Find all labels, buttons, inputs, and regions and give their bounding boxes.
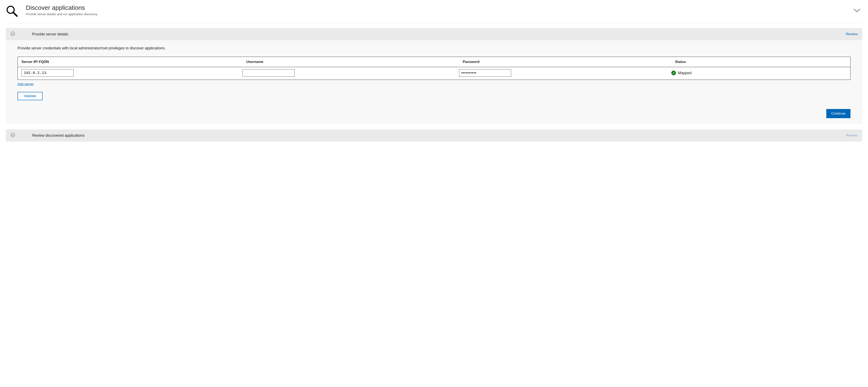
search-icon xyxy=(6,5,18,18)
step1-body: Provide server credentials with local ad… xyxy=(6,40,862,124)
col-header-status: Status xyxy=(671,57,850,67)
step1-review-link[interactable]: Review xyxy=(846,32,858,36)
status-label: Mapped xyxy=(678,71,691,75)
add-server-link[interactable]: Add server xyxy=(18,82,34,86)
col-header-ip: Server IP/ FQDN xyxy=(18,57,243,67)
step2-title: Review discovered applications xyxy=(32,133,846,138)
step1-instruction: Provide server credentials with local ad… xyxy=(18,46,850,51)
svg-point-3 xyxy=(11,133,15,137)
password-input[interactable] xyxy=(459,69,511,77)
step2-header[interactable]: Review discovered applications Review xyxy=(6,129,862,141)
col-header-username: Username xyxy=(243,57,459,67)
step1-header[interactable]: Provide server details Review xyxy=(6,28,862,40)
page-subtitle: Provide server details and run applicati… xyxy=(26,12,862,16)
check-circle-icon xyxy=(10,133,15,138)
server-ip-input[interactable] xyxy=(22,69,73,77)
server-credentials-table: Server IP/ FQDN Username Password Status xyxy=(18,57,850,80)
chevron-down-icon[interactable] xyxy=(854,8,861,13)
svg-point-2 xyxy=(11,32,15,36)
username-input[interactable] xyxy=(243,69,295,77)
validate-button[interactable]: Validate xyxy=(18,92,42,100)
col-header-password: Password xyxy=(459,57,671,67)
continue-button[interactable]: Continue xyxy=(826,109,850,118)
check-circle-icon xyxy=(10,31,15,37)
server-row: Mapped xyxy=(18,67,850,79)
status-ok-icon xyxy=(671,71,676,75)
svg-line-1 xyxy=(13,12,17,16)
step2-review-link[interactable]: Review xyxy=(846,133,858,137)
step1-title: Provide server details xyxy=(32,32,846,36)
page-title: Discover applications xyxy=(26,4,862,11)
